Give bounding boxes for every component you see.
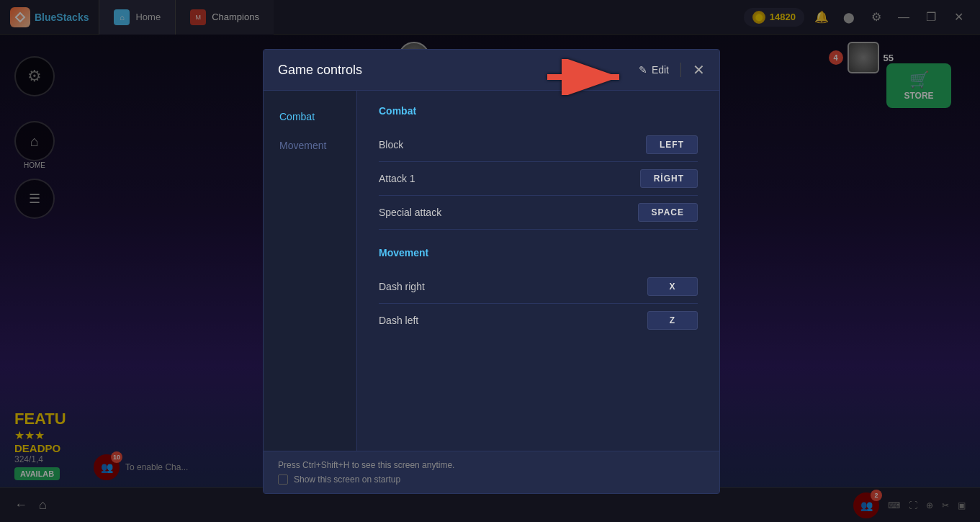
modal-footer: Press Ctrl+Shift+H to see this screen an…: [264, 451, 719, 493]
movement-section-label: Movement: [379, 247, 698, 258]
control-row-special: Special attack SPACE: [379, 196, 698, 230]
footer-checkbox-row: Show this screen on startup: [278, 474, 454, 485]
control-row-dash-right: Dash right X: [379, 270, 698, 304]
control-name-special: Special attack: [379, 207, 441, 218]
modal-header: Game controls ✎ Edit ✕: [264, 50, 719, 91]
modal-body: Combat Movement Combat Block LEFT Attack…: [264, 91, 719, 451]
key-dash-left[interactable]: Z: [647, 311, 698, 330]
red-arrow: [547, 59, 634, 95]
modal-title: Game controls: [278, 63, 362, 78]
modal-close-button[interactable]: ✕: [693, 61, 705, 78]
footer-hint-text: Press Ctrl+Shift+H to see this screen an…: [278, 460, 454, 470]
movement-section: Movement Dash right X Dash left Z: [379, 247, 698, 337]
modal-header-actions: ✎ Edit ✕: [639, 61, 705, 78]
key-special[interactable]: SPACE: [638, 203, 698, 222]
key-dash-right[interactable]: X: [647, 277, 698, 296]
edit-button[interactable]: ✎ Edit: [639, 64, 669, 76]
sidebar-item-movement[interactable]: Movement: [271, 134, 349, 157]
header-divider: [680, 63, 681, 77]
footer-info: Press Ctrl+Shift+H to see this screen an…: [278, 460, 454, 485]
startup-checkbox[interactable]: [278, 474, 288, 485]
modal-content: Combat Block LEFT Attack 1 RİGHT Special…: [357, 91, 719, 451]
checkbox-label: Show this screen on startup: [294, 474, 400, 485]
pencil-icon: ✎: [639, 64, 647, 76]
key-block[interactable]: LEFT: [646, 135, 698, 154]
control-name-dash-left: Dash left: [379, 315, 418, 326]
control-row-attack1: Attack 1 RİGHT: [379, 162, 698, 196]
control-name-attack1: Attack 1: [379, 173, 415, 184]
control-row-dash-left: Dash left Z: [379, 304, 698, 337]
sidebar-item-combat[interactable]: Combat: [271, 105, 349, 128]
modal-sidebar: Combat Movement: [264, 91, 357, 451]
key-attack1[interactable]: RİGHT: [640, 169, 698, 188]
game-controls-modal: Game controls ✎ Edit ✕ Combat Movement C…: [263, 49, 720, 494]
combat-section-label: Combat: [379, 105, 698, 117]
control-row-block: Block LEFT: [379, 128, 698, 162]
control-name-dash-right: Dash right: [379, 281, 425, 292]
edit-label: Edit: [652, 64, 669, 76]
control-name-block: Block: [379, 139, 403, 150]
